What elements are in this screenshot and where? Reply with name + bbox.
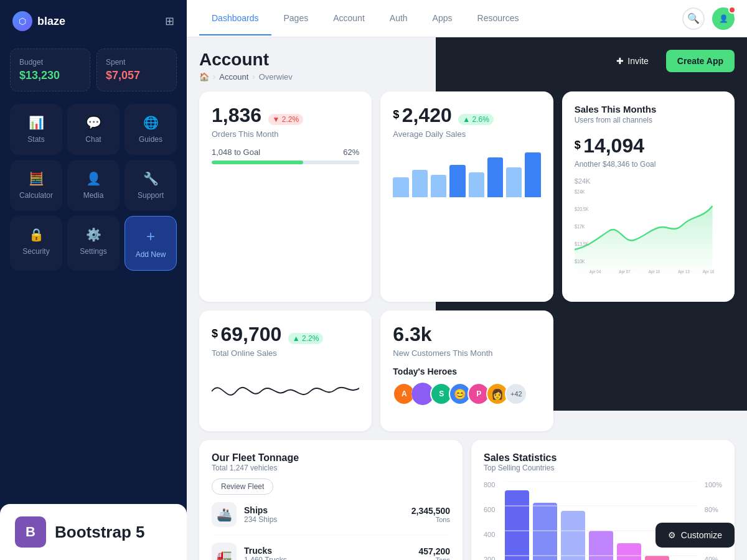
breadcrumb-home[interactable]: 🏠 <box>199 72 209 82</box>
avg-sales-card: $ 2,420 ▲ 2.6% Average Daily Sales <box>380 91 553 302</box>
stats-icon: 📊 <box>29 115 44 130</box>
sidebar-item-label: Security <box>22 247 49 256</box>
security-icon: 🔒 <box>29 227 44 242</box>
fleet-count-ships: 234 Ships <box>244 515 411 524</box>
fleet-unit-ships: Tons <box>411 516 450 523</box>
sidebar-item-label: Calculator <box>19 191 53 200</box>
sidebar-item-chat[interactable]: 💬 Chat <box>67 104 120 155</box>
logo: ⬡ blaze <box>12 11 65 31</box>
sales-line-chart: $24K <box>575 177 722 289</box>
total-sales-label: Total Online Sales <box>212 348 359 358</box>
bar-chart <box>505 481 697 560</box>
customize-icon: ⚙ <box>668 530 676 540</box>
customize-button[interactable]: ⚙ Customize <box>655 523 735 548</box>
notification-badge <box>728 6 736 14</box>
tab-dashboards[interactable]: Dashboards <box>199 2 271 35</box>
review-fleet-button[interactable]: Review Fleet <box>212 478 273 495</box>
sidebar-item-add-new[interactable]: + Add New <box>125 216 177 271</box>
sidebar-item-settings[interactable]: ⚙️ Settings <box>67 216 120 271</box>
customers-card: 6.3k New Customers This Month Today's He… <box>380 310 553 431</box>
sidebar-item-label: Settings <box>80 247 106 256</box>
stats-row-1: 1,836 ▼ 2.2% Orders This Month 1,048 to … <box>199 91 735 302</box>
heroes-count: +42 <box>505 383 527 405</box>
fleet-value-trucks: 457,200 Tons <box>418 546 450 560</box>
bar-8 <box>525 152 540 197</box>
orders-badge: ▼ 2.2% <box>268 114 304 125</box>
svg-text:Apr 13: Apr 13 <box>678 268 690 274</box>
sidebar-item-support[interactable]: 🔧 Support <box>125 160 177 211</box>
sidebar-item-label: Support <box>138 191 164 200</box>
sidebar-item-security[interactable]: 🔒 Security <box>10 216 62 271</box>
search-button[interactable]: 🔍 <box>682 7 705 30</box>
avg-sales-label: Average Daily Sales <box>393 129 540 139</box>
logo-text: blaze <box>37 15 65 28</box>
bottom-row: Our Fleet Tonnage Total 1,247 vehicles R… <box>199 440 735 560</box>
trucks-icon: 🚛 <box>212 543 237 560</box>
sidebar-item-label: Guides <box>139 135 162 144</box>
orders-value: 1,836 <box>212 104 261 126</box>
progress-label: 1,048 to Goal <box>212 147 260 157</box>
bootstrap-text: Bootstrap 5 <box>55 523 144 542</box>
avg-sales-value-row: $ 2,420 ▲ 2.6% <box>393 104 540 127</box>
sales-card-title: Sales This Months <box>575 104 722 114</box>
orders-label: Orders This Month <box>212 129 359 139</box>
bar-6 <box>487 157 503 197</box>
progress-fill <box>212 161 303 164</box>
spent-label: Spent <box>106 58 167 67</box>
fleet-name-trucks: Trucks <box>244 546 418 556</box>
bootstrap-icon: B <box>15 516 46 548</box>
heroes-section: Today's Heroes A S 😊 P <box>393 366 540 405</box>
page-title: Account <box>199 50 293 70</box>
media-icon: 👤 <box>86 171 101 186</box>
breadcrumb-current: Overwiev <box>259 72 293 82</box>
breadcrumb-account[interactable]: Account <box>219 72 248 82</box>
budget-card: Budget $13,230 <box>10 49 90 91</box>
page-header: Account 🏠 › Account › Overwiev ✚ Invite … <box>199 50 735 82</box>
sidebar-item-guides[interactable]: 🌐 Guides <box>125 104 177 155</box>
add-icon: + <box>146 228 155 245</box>
tab-pages[interactable]: Pages <box>271 2 321 35</box>
tab-auth[interactable]: Auth <box>377 2 420 35</box>
budget-label: Budget <box>19 58 81 67</box>
tab-apps[interactable]: Apps <box>420 2 465 35</box>
fleet-value-ships: 2,345,500 Tons <box>411 506 450 523</box>
heroes-title: Today's Heroes <box>393 366 540 376</box>
create-app-button[interactable]: Create App <box>666 50 735 72</box>
fleet-info-trucks: Trucks 1,460 Trucks <box>244 546 418 560</box>
bar-5 <box>469 172 484 197</box>
svg-text:$17K: $17K <box>575 223 585 230</box>
bar-3 <box>431 175 446 197</box>
user-avatar[interactable]: 👤 <box>712 7 735 30</box>
menu-icon[interactable]: ⊞ <box>165 14 174 28</box>
sidebar-item-label: Chat <box>85 135 101 144</box>
fleet-title: Our Fleet Tonnage <box>212 452 450 464</box>
bar-4 <box>449 165 465 197</box>
tab-resources[interactable]: Resources <box>465 2 532 35</box>
customers-value: 6.3k <box>393 323 431 345</box>
y-axis-labels: 800 600 400 200 <box>484 481 497 560</box>
tab-account[interactable]: Account <box>321 2 377 35</box>
sidebar-item-calculator[interactable]: 🧮 Calculator <box>10 160 62 211</box>
sales-big-value: 14,094 <box>583 134 644 157</box>
grid-svg <box>505 481 697 560</box>
fleet-info-ships: Ships 234 Ships <box>244 505 411 524</box>
svg-text:Apr 07: Apr 07 <box>619 268 631 274</box>
fleet-item-trucks: 🚛 Trucks 1,460 Trucks 457,200 Tons <box>212 535 450 560</box>
svg-text:$10K: $10K <box>575 258 585 264</box>
avg-sales-badge: ▲ 2.6% <box>458 114 494 125</box>
svg-text:Apr 04: Apr 04 <box>589 268 601 274</box>
sidebar-item-stats[interactable]: 📊 Stats <box>10 104 62 155</box>
content-inner: Account 🏠 › Account › Overwiev ✚ Invite … <box>199 50 735 560</box>
line-chart-svg: $24K $20.5K $17K $13.5K $10K Apr 04 Apr … <box>575 187 722 274</box>
plus-icon: ✚ <box>616 56 624 66</box>
stats-row-2: $ 69,700 ▲ 2.2% Total Online Sales 6.3k <box>199 310 735 431</box>
dark-chart-placeholder <box>562 310 735 431</box>
sidebar-header: ⬡ blaze ⊞ <box>0 0 187 42</box>
fleet-number-ships: 2,345,500 <box>411 506 450 516</box>
breadcrumb: 🏠 › Account › Overwiev <box>199 72 293 82</box>
bar-2 <box>412 170 428 197</box>
invite-button[interactable]: ✚ Invite <box>605 50 659 72</box>
sidebar-item-media[interactable]: 👤 Media <box>67 160 120 211</box>
support-icon: 🔧 <box>143 171 159 186</box>
progress-pct: 62% <box>343 147 359 157</box>
